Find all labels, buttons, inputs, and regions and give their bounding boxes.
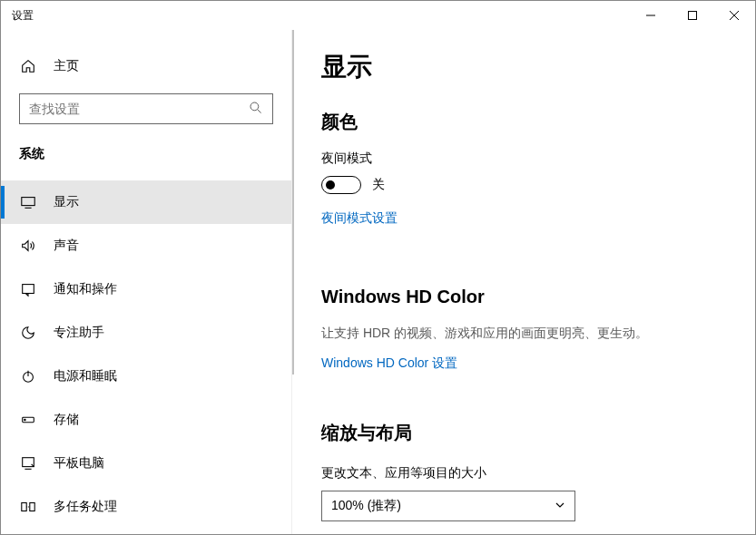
minimize-button[interactable] — [630, 1, 672, 30]
search-container — [1, 84, 291, 137]
scale-heading: 缩放与布局 — [321, 421, 728, 445]
sidebar-item-label: 专注助手 — [54, 325, 104, 341]
sidebar-item-tablet[interactable]: 平板电脑 — [1, 442, 291, 485]
hd-color-settings-link[interactable]: Windows HD Color 设置 — [321, 355, 457, 372]
sidebar-item-label: 通知和操作 — [54, 281, 117, 297]
color-heading: 颜色 — [321, 110, 728, 134]
sidebar-item-notifications[interactable]: 通知和操作 — [1, 268, 291, 311]
sidebar-item-label: 声音 — [54, 238, 79, 254]
sidebar-section-header: 系统 — [1, 137, 291, 171]
tablet-icon — [19, 454, 37, 472]
sidebar-item-label: 存储 — [54, 412, 79, 428]
home-button[interactable]: 主页 — [1, 48, 291, 84]
sidebar: 主页 系统 显示 声音 — [1, 30, 291, 534]
search-icon — [249, 101, 263, 118]
svg-rect-6 — [22, 198, 34, 206]
night-mode-settings-link[interactable]: 夜间模式设置 — [321, 210, 398, 227]
sidebar-item-label: 电源和睡眠 — [54, 368, 117, 384]
search-input[interactable] — [29, 102, 249, 116]
window-title: 设置 — [12, 8, 34, 24]
scale-size-label: 更改文本、应用等项目的大小 — [321, 465, 728, 482]
storage-icon — [19, 411, 37, 429]
page-title: 显示 — [321, 50, 728, 84]
dropdown-value: 100% (推荐) — [331, 498, 401, 514]
focus-assist-icon — [19, 324, 37, 342]
main-content: 显示 颜色 夜间模式 关 夜间模式设置 Windows HD Color 让支持… — [291, 30, 755, 534]
sound-icon — [19, 237, 37, 255]
hd-color-heading: Windows HD Color — [321, 287, 728, 307]
sidebar-item-label: 多任务处理 — [54, 499, 117, 515]
home-icon — [19, 57, 37, 75]
sidebar-item-display[interactable]: 显示 — [1, 180, 291, 224]
close-button[interactable] — [713, 1, 755, 30]
sidebar-item-power[interactable]: 电源和睡眠 — [1, 355, 291, 398]
svg-line-5 — [258, 109, 261, 112]
svg-rect-8 — [23, 285, 34, 294]
svg-rect-17 — [30, 503, 34, 511]
night-mode-label: 夜间模式 — [321, 151, 728, 167]
maximize-button[interactable] — [672, 1, 713, 30]
svg-rect-1 — [689, 12, 697, 20]
night-mode-toggle[interactable] — [321, 176, 361, 194]
hd-color-description: 让支持 HDR 的视频、游戏和应用的画面更明亮、更生动。 — [321, 324, 728, 343]
sidebar-item-label: 显示 — [54, 194, 79, 210]
scale-dropdown[interactable]: 100% (推荐) — [321, 491, 575, 521]
svg-point-12 — [25, 419, 25, 420]
toggle-state-label: 关 — [372, 177, 385, 193]
sidebar-item-storage[interactable]: 存储 — [1, 398, 291, 442]
sidebar-item-sound[interactable]: 声音 — [1, 224, 291, 268]
display-icon — [19, 193, 37, 211]
search-box[interactable] — [19, 93, 273, 124]
sidebar-item-multitasking[interactable]: 多任务处理 — [1, 485, 291, 529]
multitasking-icon — [19, 498, 37, 516]
svg-rect-16 — [22, 503, 26, 511]
sidebar-item-focus-assist[interactable]: 专注助手 — [1, 311, 291, 355]
home-label: 主页 — [54, 58, 79, 74]
svg-point-4 — [250, 102, 259, 111]
chevron-down-icon — [555, 499, 565, 513]
sidebar-item-label: 平板电脑 — [54, 455, 104, 472]
title-bar: 设置 — [1, 1, 755, 30]
power-icon — [19, 367, 37, 385]
notifications-icon — [19, 280, 37, 298]
